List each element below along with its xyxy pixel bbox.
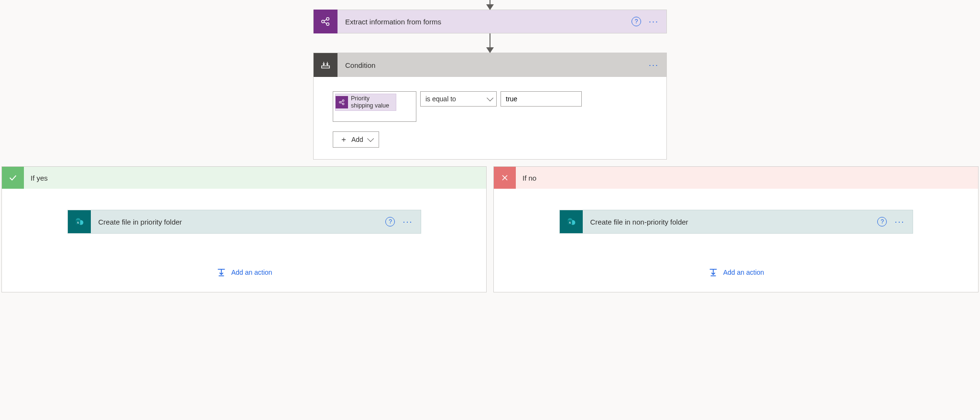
dynamic-content-token[interactable]: Priority shipping value	[335, 94, 396, 111]
condition-left-operand[interactable]: Priority shipping value	[333, 91, 416, 122]
add-action-button[interactable]: Add an action	[708, 267, 764, 278]
ai-builder-icon	[336, 96, 348, 108]
flow-arrow	[490, 0, 490, 10]
svg-point-2	[327, 23, 329, 26]
branch-no: If no S Create file in non-priority fold…	[493, 166, 979, 292]
condition-header[interactable]: Condition ···	[314, 53, 666, 77]
create-file-nonpriority-action[interactable]: S Create file in non-priority folder ? ·…	[559, 210, 913, 234]
ai-builder-icon	[314, 10, 338, 33]
help-icon[interactable]: ?	[877, 217, 887, 226]
check-icon	[2, 167, 24, 189]
flow-arrow	[490, 33, 490, 53]
add-action-label: Add an action	[231, 269, 272, 276]
svg-text:S: S	[569, 221, 571, 224]
operator-label: is equal to	[425, 95, 456, 103]
add-action-label: Add an action	[723, 269, 764, 276]
more-icon[interactable]: ···	[649, 17, 659, 26]
close-icon	[494, 167, 516, 189]
more-icon[interactable]: ···	[649, 61, 659, 69]
svg-point-9	[342, 100, 344, 102]
more-icon[interactable]: ···	[894, 217, 904, 226]
condition-expression-row: Priority shipping value is equal to	[333, 91, 647, 122]
chevron-down-icon	[487, 95, 493, 101]
add-label: Add	[351, 136, 363, 143]
svg-point-1	[327, 18, 329, 21]
branch-yes: If yes S Create file in priority folder	[1, 166, 487, 292]
add-action-button[interactable]: Add an action	[216, 267, 272, 278]
plus-icon: ＋	[340, 135, 348, 145]
add-action-icon	[708, 267, 719, 278]
extract-action-title: Extract information from forms	[338, 18, 632, 26]
help-icon[interactable]: ?	[632, 17, 641, 26]
svg-line-3	[324, 20, 327, 21]
branch-no-title: If no	[516, 174, 543, 182]
svg-point-0	[322, 20, 325, 23]
branch-yes-header[interactable]: If yes	[2, 167, 486, 189]
branch-no-header[interactable]: If no	[494, 167, 978, 189]
sharepoint-icon: S	[68, 210, 91, 233]
svg-line-11	[341, 101, 343, 102]
branch-yes-title: If yes	[24, 174, 54, 182]
svg-point-8	[339, 101, 341, 103]
extract-action-card[interactable]: Extract information from forms ? ···	[313, 10, 667, 33]
svg-line-4	[324, 22, 327, 23]
add-action-icon	[216, 267, 227, 278]
svg-line-12	[341, 103, 343, 104]
condition-icon	[314, 53, 338, 77]
help-icon[interactable]: ?	[385, 217, 395, 226]
create-file-priority-action[interactable]: S Create file in priority folder ? ···	[67, 210, 421, 234]
svg-point-10	[342, 103, 344, 105]
token-label: Priority shipping value	[348, 94, 396, 110]
more-icon[interactable]: ···	[403, 217, 413, 226]
condition-title: Condition	[338, 61, 649, 69]
chevron-down-icon	[367, 135, 374, 142]
action-title: Create file in non-priority folder	[583, 218, 878, 226]
condition-branches: If yes S Create file in priority folder	[0, 166, 980, 292]
svg-text:S: S	[77, 221, 79, 224]
condition-operator-select[interactable]: is equal to	[420, 91, 497, 107]
sharepoint-icon: S	[560, 210, 583, 233]
condition-card: Condition ···	[313, 53, 667, 160]
svg-rect-5	[322, 66, 330, 68]
add-row-button[interactable]: ＋ Add	[333, 131, 379, 148]
action-title: Create file in priority folder	[91, 218, 386, 226]
condition-value-input[interactable]	[501, 91, 582, 107]
